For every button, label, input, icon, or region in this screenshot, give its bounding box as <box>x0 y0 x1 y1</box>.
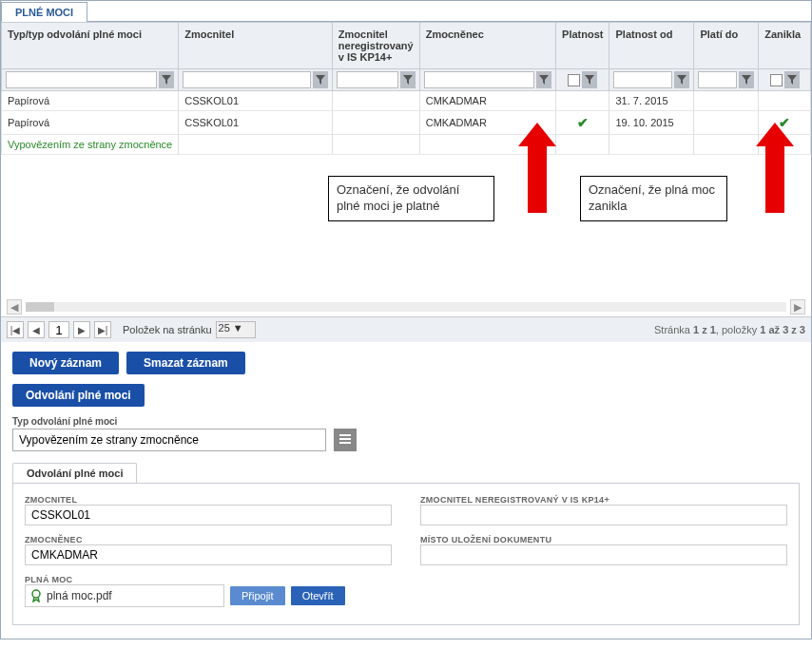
filter-type-btn[interactable] <box>159 71 174 88</box>
section-header: Odvolání plné moci <box>12 384 145 407</box>
pager-next[interactable]: ▶ <box>73 321 90 338</box>
filter-plati-do-btn[interactable] <box>739 71 754 88</box>
check-icon: ✔ <box>562 115 603 130</box>
filter-type[interactable] <box>6 71 157 88</box>
list-icon <box>338 432 352 449</box>
filter-zanikla-check[interactable] <box>770 74 783 86</box>
col-platnost-od[interactable]: Platnost od <box>609 23 694 69</box>
col-zanikla[interactable]: Zanikla <box>759 23 811 69</box>
delete-record-button[interactable]: Smazat záznam <box>126 352 245 374</box>
inner-tab[interactable]: Odvolání plné moci <box>12 463 137 483</box>
grid-table: Typ/typ odvolání plné moci Zmocnitel Zmo… <box>1 22 811 155</box>
scroll-thumb[interactable] <box>26 302 54 312</box>
pager-summary: Stránka 1 z 1, položky 1 až 3 z 3 <box>654 324 805 335</box>
file-label: PLNÁ MOC <box>25 575 72 584</box>
filter-nereg[interactable] <box>337 71 398 88</box>
filter-zmocnitel[interactable] <box>183 71 311 88</box>
check-icon: ✔ <box>764 115 804 130</box>
filter-platnost-od-btn[interactable] <box>674 71 689 88</box>
zmocnitel-label: ZMOCNITEL <box>25 495 77 505</box>
filter-nereg-btn[interactable] <box>400 71 416 88</box>
new-record-button[interactable]: Nový záznam <box>12 352 119 374</box>
zmocnenec-field[interactable] <box>25 544 392 565</box>
horizontal-scrollbar[interactable]: ◀ ▶ <box>1 297 811 316</box>
pager-first[interactable]: |◀ <box>7 321 24 338</box>
type-link[interactable]: Vypovězením ze strany zmocněnce <box>8 139 172 150</box>
lookup-button[interactable] <box>334 429 357 451</box>
pager-items-select[interactable]: 25 ▼ <box>216 321 256 338</box>
table-row[interactable]: Papírová CSSKOL01 CMKADMAR 31. 7. 2015 <box>2 91 811 111</box>
annotation-right: Označení, že plná moc zanikla <box>580 138 727 183</box>
attach-button[interactable]: Připojit <box>230 586 285 605</box>
filter-zmocnenec[interactable] <box>424 71 534 88</box>
svg-rect-1 <box>339 438 351 440</box>
main-tab[interactable]: PLNÉ MOCI <box>1 2 87 22</box>
col-zmocnitel[interactable]: Zmocnitel <box>179 23 333 69</box>
col-zmocnenec[interactable]: Zmocněnec <box>419 23 555 69</box>
svg-rect-0 <box>339 434 351 436</box>
pager-last[interactable]: ▶| <box>94 321 111 338</box>
svg-point-3 <box>32 590 40 598</box>
nereg-label: ZMOCNITEL NEREGISTROVANÝ V IS KP14+ <box>420 495 609 505</box>
zmocnitel-field[interactable] <box>25 505 392 525</box>
filter-zmocnitel-btn[interactable] <box>313 71 328 88</box>
scroll-left-icon[interactable]: ◀ <box>7 299 22 315</box>
col-nereg[interactable]: Zmocnitel neregistrovaný v IS KP14+ <box>332 23 419 69</box>
scroll-right-icon[interactable]: ▶ <box>790 299 805 315</box>
svg-rect-2 <box>339 442 351 444</box>
col-plati-do[interactable]: Platí do <box>694 23 759 69</box>
table-row[interactable]: Papírová CSSKOL01 CMKADMAR ✔ 19. 10. 201… <box>2 111 811 135</box>
pager-items-label: Položek na stránku <box>123 324 212 335</box>
filter-zmocnenec-btn[interactable] <box>536 71 551 88</box>
pager-page-input[interactable] <box>48 321 69 338</box>
col-platnost[interactable]: Platnost <box>556 23 609 69</box>
annotation-left: Označení, že odvolání plné moci je platn… <box>328 138 494 183</box>
misto-label: MÍSTO ULOŽENÍ DOKUMENTU <box>420 535 551 544</box>
zmocnenec-label: ZMOCNĚNEC <box>25 535 83 544</box>
filter-zanikla-btn[interactable] <box>784 71 800 88</box>
type-label: Typ odvolání plné moci <box>12 416 800 427</box>
nereg-field[interactable] <box>420 505 787 525</box>
col-type[interactable]: Typ/typ odvolání plné moci <box>2 23 179 69</box>
filter-platnost-od[interactable] <box>613 71 672 88</box>
filter-platnost-check[interactable] <box>568 74 580 86</box>
file-input[interactable]: plná moc.pdf <box>25 584 224 607</box>
filter-platnost-btn[interactable] <box>582 71 597 88</box>
type-input[interactable] <box>12 429 326 451</box>
scroll-track[interactable] <box>26 302 786 312</box>
pager-prev[interactable]: ◀ <box>28 321 45 338</box>
filter-plati-do[interactable] <box>698 71 737 88</box>
file-name: plná moc.pdf <box>47 589 220 602</box>
open-button[interactable]: Otevřít <box>291 586 345 605</box>
misto-field[interactable] <box>420 544 787 565</box>
ribbon-icon <box>29 589 43 602</box>
